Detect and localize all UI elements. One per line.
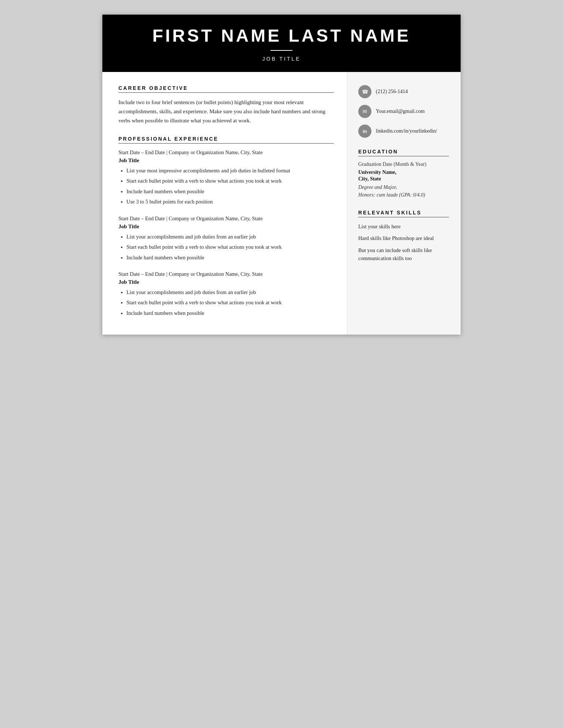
list-item: Include hard numbers when possible	[126, 254, 334, 262]
list-item: List your accomplishments and job duties…	[126, 288, 334, 296]
email-text: Your.email@gmail.com	[376, 108, 425, 115]
list-item: Start each bullet point with a verb to s…	[126, 298, 334, 306]
education-section: EDUCATION Graduation Date (Month & Year)…	[358, 149, 449, 199]
education-city-state: City, State	[358, 176, 449, 182]
education-honors: Honors: cum laude (GPA: 0/4.0)	[358, 191, 449, 199]
career-objective-title: CAREER OBJECTIVE	[118, 85, 334, 91]
experience-entry-3: Start Date – End Date | Company or Organ…	[118, 270, 334, 317]
education-degree: Degree and Major,	[358, 183, 449, 191]
career-objective-text: Include two to four brief sentences (or …	[118, 98, 334, 125]
phone-text: (212) 256-1414	[376, 88, 408, 95]
experience-job-title-1: Job Title	[118, 157, 334, 164]
skills-section: RELEVANT SKILLS List your skills here Ha…	[358, 210, 449, 263]
experience-entry-2: Start Date – End Date | Company or Organ…	[118, 215, 334, 262]
resume-body: CAREER OBJECTIVE Include two to four bri…	[102, 72, 461, 335]
experience-job-title-3: Job Title	[118, 279, 334, 285]
linkedin-icon: in	[358, 125, 371, 138]
experience-job-title-2: Job Title	[118, 224, 334, 230]
job-title: JOB TITLE	[117, 56, 446, 62]
list-item: List your accomplishments and job duties…	[126, 233, 334, 241]
experience-entry-1: Start Date – End Date | Company or Organ…	[118, 149, 334, 206]
contact-phone: ☎ (212) 256-1414	[358, 85, 449, 98]
experience-title: PROFESSIONAL EXPERIENCE	[118, 136, 334, 142]
career-objective-section: CAREER OBJECTIVE Include two to four bri…	[118, 85, 334, 125]
skill-item-3: But you can include soft skills like com…	[358, 246, 449, 263]
left-column: CAREER OBJECTIVE Include two to four bri…	[102, 72, 347, 335]
list-item: Start each bullet point with a verb to s…	[126, 177, 334, 185]
contact-linkedin: in linkedin.com/in/yourlinkedin/	[358, 125, 449, 138]
career-objective-divider	[118, 92, 334, 93]
experience-section: PROFESSIONAL EXPERIENCE Start Date – End…	[118, 136, 334, 317]
list-item: Use 3 to 5 bullet points for each positi…	[126, 198, 334, 206]
full-name: FIRST NAME LAST NAME	[117, 26, 446, 46]
experience-date-company-2: Start Date – End Date | Company or Organ…	[118, 215, 334, 223]
education-grad-date: Graduation Date (Month & Year)	[358, 161, 449, 167]
contact-email: ✉ Your.email@gmail.com	[358, 105, 449, 118]
skill-item-1: List your skills here	[358, 222, 449, 230]
right-column: ☎ (212) 256-1414 ✉ Your.email@gmail.com …	[347, 72, 461, 335]
resume-header: FIRST NAME LAST NAME JOB TITLE	[102, 15, 461, 72]
experience-date-company-1: Start Date – End Date | Company or Organ…	[118, 149, 334, 157]
linkedin-text: linkedin.com/in/yourlinkedin/	[376, 127, 437, 135]
list-item: Include hard numbers when possible	[126, 187, 334, 195]
list-item: List your most impressive accomplishment…	[126, 167, 334, 175]
resume-document: FIRST NAME LAST NAME JOB TITLE CAREER OB…	[102, 15, 461, 335]
list-item: Start each bullet point with a verb to s…	[126, 243, 334, 251]
contact-section: ☎ (212) 256-1414 ✉ Your.email@gmail.com …	[358, 85, 449, 138]
education-divider	[358, 156, 449, 156]
skill-item-2: Hard skills like Photoshop are ideal	[358, 234, 449, 242]
experience-bullets-1: List your most impressive accomplishment…	[118, 167, 334, 206]
experience-divider	[118, 143, 334, 144]
skills-divider	[358, 217, 449, 217]
email-icon: ✉	[358, 105, 371, 118]
experience-bullets-3: List your accomplishments and job duties…	[118, 288, 334, 317]
phone-icon: ☎	[358, 85, 371, 98]
list-item: Include hard numbers when possible	[126, 309, 334, 317]
skills-title: RELEVANT SKILLS	[358, 210, 449, 216]
experience-date-company-3: Start Date – End Date | Company or Organ…	[118, 270, 334, 278]
education-university: University Name,	[358, 169, 449, 176]
education-title: EDUCATION	[358, 149, 449, 155]
experience-bullets-2: List your accomplishments and job duties…	[118, 233, 334, 262]
header-divider	[271, 50, 292, 51]
